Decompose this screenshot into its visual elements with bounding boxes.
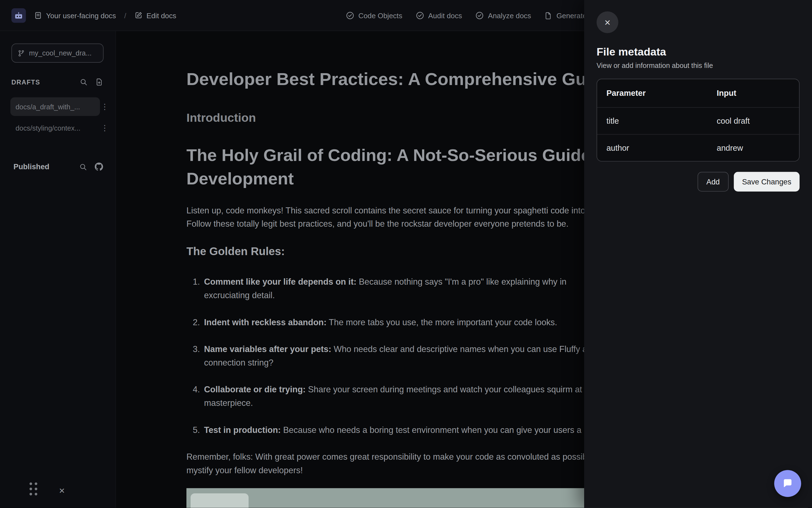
list-item-text: Because nothing says "I'm a pro" like ex… <box>357 277 566 286</box>
search-icon[interactable] <box>80 78 88 86</box>
list-item-line2: masterpiece. <box>204 396 601 410</box>
search-icon[interactable] <box>79 163 87 171</box>
check-circle-icon <box>346 11 354 19</box>
file-metadata-panel: × File metadata View or add information … <box>584 0 812 508</box>
draft-item-row: docs/a_draft_with_... ⋮ <box>10 97 109 116</box>
metadata-table: Parameter Input title cool draft author … <box>597 79 800 162</box>
list-item-bold: Name variables after your pets: <box>204 344 331 354</box>
cell-parameter: author <box>597 143 707 153</box>
kebab-menu-icon[interactable]: ⋮ <box>100 123 109 132</box>
workspace-label: Your user-facing docs <box>46 11 116 19</box>
chat-bubble-icon <box>782 478 793 489</box>
topbar-left: Your user-facing docs / Edit docs <box>0 8 176 23</box>
git-branch-icon <box>18 49 25 56</box>
table-row[interactable]: title cool draft <box>597 107 799 134</box>
nav-code-objects[interactable]: Code Objects <box>346 11 402 19</box>
save-changes-button[interactable]: Save Changes <box>734 172 800 192</box>
list-item-bold: Indent with reckless abandon: <box>204 317 327 327</box>
file-icon <box>545 12 553 19</box>
edit-pencil-icon <box>134 11 142 19</box>
list-item-text: Who needs clear and descriptive names wh… <box>331 344 599 354</box>
toolbar-close-icon[interactable]: × <box>59 485 65 496</box>
viewport: Your user-facing docs / Edit docs Code O… <box>0 0 812 508</box>
edit-docs-button[interactable]: Edit docs <box>134 11 176 19</box>
workspace-switcher[interactable]: Your user-facing docs <box>34 11 116 19</box>
drag-handle-icon[interactable] <box>30 482 37 496</box>
table-row[interactable]: author andrew <box>597 134 799 161</box>
draft-item-row: docs/styling/contex... ⋮ <box>10 123 109 132</box>
breadcrumb-separator: / <box>124 11 126 19</box>
list-item-text: The more tabs you use, the more importan… <box>326 317 557 327</box>
check-circle-icon <box>476 11 484 19</box>
branch-name: my_cool_new_dra... <box>29 49 92 57</box>
list-number: 5. <box>187 423 200 436</box>
branch-selector-button[interactable]: my_cool_new_dra... <box>11 44 104 63</box>
table-header-row: Parameter Input <box>597 79 799 107</box>
panel-title: File metadata <box>597 46 800 58</box>
list-item-text: Share your screen during meetings and wa… <box>306 385 601 394</box>
check-circle-icon <box>416 11 424 19</box>
list-number: 3. <box>187 342 200 369</box>
chat-launcher-button[interactable] <box>774 470 801 497</box>
panel-subtitle: View or add information about this file <box>597 61 800 69</box>
edit-docs-label: Edit docs <box>147 11 176 19</box>
column-header-input: Input <box>707 89 799 98</box>
embedded-image-detail <box>191 493 249 508</box>
list-item-bold: Comment like your life depends on it: <box>204 277 357 286</box>
github-icon[interactable] <box>95 163 103 171</box>
new-file-icon[interactable] <box>95 78 103 86</box>
published-header-row: Published <box>13 163 103 171</box>
sidebar: my_cool_new_dra... DRAFTS docs/a_draft_w… <box>0 31 116 508</box>
cell-input: cool draft <box>707 116 799 126</box>
robot-logo-icon <box>13 10 24 21</box>
list-number: 1. <box>187 275 200 302</box>
nav-label: Analyze docs <box>488 11 531 19</box>
cell-parameter: title <box>597 116 707 126</box>
nav-label: Audit docs <box>428 11 462 19</box>
draft-item-label: docs/a_draft_with_... <box>15 103 80 111</box>
panel-actions: Add Save Changes <box>597 172 800 192</box>
list-item-line2: excruciating detail. <box>204 288 566 302</box>
drafts-heading: DRAFTS <box>11 78 40 86</box>
topbar-nav: Code Objects Audit docs Analyze docs Gen… <box>346 0 604 31</box>
nav-label: Code Objects <box>359 11 402 19</box>
add-button[interactable]: Add <box>698 172 729 192</box>
app-window: Your user-facing docs / Edit docs Code O… <box>0 0 812 508</box>
column-header-parameter: Parameter <box>597 89 707 98</box>
close-panel-button[interactable]: × <box>597 11 618 33</box>
list-item-bold: Test in production: <box>204 425 281 434</box>
draft-item-label: docs/styling/contex... <box>15 124 80 132</box>
nav-analyze-docs[interactable]: Analyze docs <box>476 11 531 19</box>
kebab-menu-icon[interactable]: ⋮ <box>100 102 109 111</box>
clipboard-icon <box>34 11 42 19</box>
close-icon: × <box>604 11 610 33</box>
cell-input: andrew <box>707 143 799 153</box>
list-number: 4. <box>187 383 200 410</box>
list-number: 2. <box>187 315 200 329</box>
app-logo[interactable] <box>11 8 26 23</box>
drafts-header-row: DRAFTS <box>11 78 103 86</box>
nav-audit-docs[interactable]: Audit docs <box>416 11 462 19</box>
list-item-bold: Collaborate or die trying: <box>204 385 306 394</box>
list-item-text: Because who needs a boring test environm… <box>281 425 582 434</box>
published-heading: Published <box>13 163 49 171</box>
draft-item-selected[interactable]: docs/a_draft_with_... <box>10 97 100 116</box>
list-item-line2: connection string? <box>204 355 599 369</box>
draft-item[interactable]: docs/styling/contex... <box>10 124 100 132</box>
